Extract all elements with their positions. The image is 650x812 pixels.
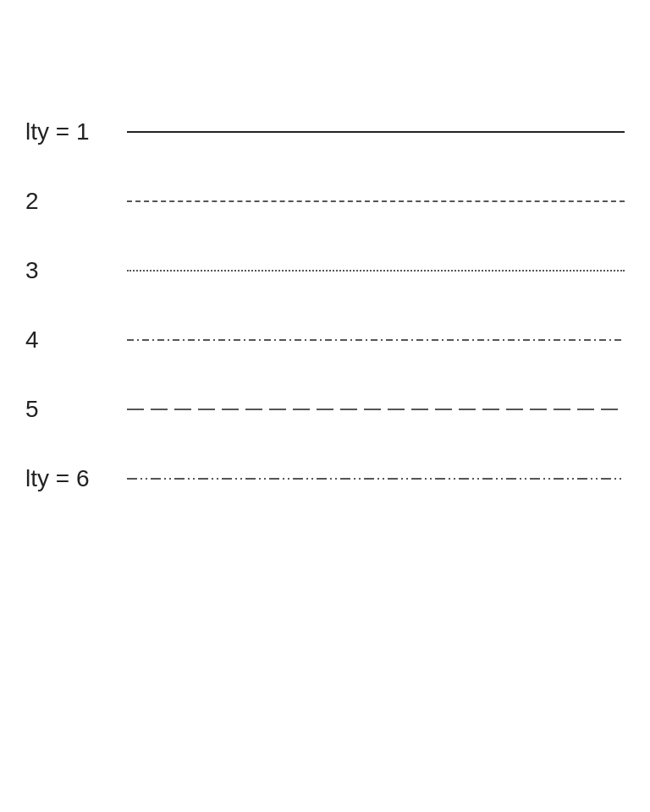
- line-dashdot-4: [127, 339, 625, 341]
- line-area-1: [127, 123, 625, 140]
- line-row-5: 5: [25, 396, 625, 423]
- line-row-1: lty = 1: [25, 118, 625, 145]
- line-longdash-5: [127, 409, 625, 410]
- line-label-4: 4: [25, 326, 127, 354]
- line-area-5: [127, 401, 625, 418]
- main-container: lty = 1 2 3 4 5 lty = 6: [0, 0, 650, 812]
- line-solid-1: [127, 131, 625, 133]
- line-area-4: [127, 332, 625, 348]
- line-label-5: 5: [25, 396, 127, 423]
- line-label-3: 3: [25, 257, 127, 284]
- line-row-3: 3: [25, 257, 625, 284]
- line-label-1: lty = 1: [25, 118, 127, 145]
- line-row-2: 2: [25, 188, 625, 215]
- line-area-2: [127, 193, 625, 210]
- line-label-6: lty = 6: [25, 465, 127, 492]
- line-area-6: [127, 470, 625, 487]
- line-dotted-3: [127, 270, 625, 272]
- line-row-4: 4: [25, 326, 625, 354]
- line-area-3: [127, 262, 625, 279]
- line-dashdotdot-6: [127, 478, 625, 480]
- line-label-2: 2: [25, 188, 127, 215]
- line-row-6: lty = 6: [25, 465, 625, 492]
- line-dashed-2: [127, 200, 625, 202]
